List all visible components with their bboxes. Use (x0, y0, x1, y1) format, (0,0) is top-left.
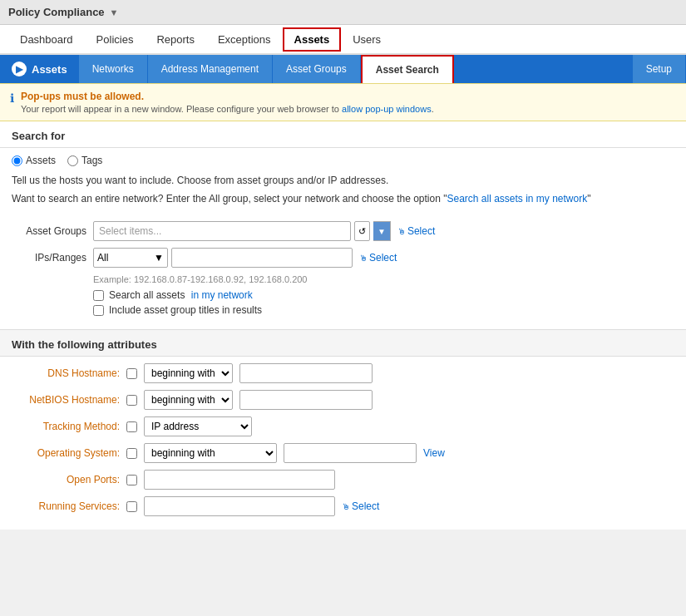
tab-address-management[interactable]: Address Management (148, 55, 273, 83)
dns-hostname-checkbox[interactable] (126, 368, 137, 379)
radio-assets-label[interactable]: Assets (12, 155, 56, 166)
hint1: Tell us the hosts you want to include. C… (12, 173, 674, 188)
dns-hostname-row: DNS Hostname: beginning with ending with… (12, 363, 674, 383)
running-services-value-input[interactable] (144, 496, 335, 516)
info-body: Your report will appear in a new window.… (21, 104, 434, 114)
in-my-network-link[interactable]: in my network (191, 289, 253, 301)
netbios-hostname-row: NetBIOS Hostname: beginning with ending … (12, 390, 674, 410)
hint2-link[interactable]: Search all assets in my network (447, 193, 587, 205)
tracking-method-label: Tracking Method: (12, 421, 120, 432)
operating-system-row: Operating System: beginning with ending … (12, 443, 674, 463)
netbios-hostname-condition-select[interactable]: beginning with ending with contains equa… (144, 390, 233, 410)
info-icon: ℹ (10, 91, 14, 105)
asset-groups-input-wrap: Select items... ↺ ▼ (93, 221, 391, 241)
nav-policies[interactable]: Policies (85, 27, 146, 52)
netbios-hostname-label: NetBIOS Hostname: (12, 394, 120, 406)
info-title: Pop-ups must be allowed. (21, 91, 144, 102)
running-services-label: Running Services: (12, 500, 120, 512)
include-asset-group-titles-row: Include asset group titles in results (93, 304, 674, 316)
tracking-method-row: Tracking Method: IP address DNS NetBIOS (12, 416, 674, 436)
info-banner: ℹ Pop-ups must be allowed. Your report w… (0, 83, 686, 121)
dns-hostname-label: DNS Hostname: (12, 367, 120, 379)
ips-example: Example: 192.168.0.87-192.168.0.92, 192.… (93, 274, 674, 284)
hint2: Want to search an entire network? Enter … (12, 191, 674, 206)
open-ports-value-input[interactable] (144, 470, 335, 490)
ips-type-arrow: ▼ (154, 252, 164, 264)
ips-type-value: All (97, 252, 108, 264)
nav-dashboard[interactable]: Dashboard (8, 27, 85, 52)
search-for-body: Assets Tags Tell us the hosts you want t… (0, 148, 686, 330)
asset-groups-row: Asset Groups Select items... ↺ ▼ Select (12, 221, 674, 241)
operating-system-condition-select[interactable]: beginning with ending with contains equa… (144, 443, 277, 463)
nav-assets[interactable]: Assets (283, 27, 342, 52)
running-services-row: Running Services: Select (12, 496, 674, 516)
ips-ranges-row: IPs/Ranges All ▼ Select (12, 248, 674, 268)
tab-networks[interactable]: Networks (79, 55, 148, 83)
search-all-assets-checkbox[interactable] (93, 290, 104, 301)
ips-type-select[interactable]: All ▼ (93, 248, 168, 268)
search-all-assets-label: Search all assets in my network (109, 289, 253, 301)
asset-groups-select[interactable]: Select items... (93, 221, 351, 241)
radio-tags[interactable] (67, 155, 78, 166)
top-bar: Policy Compliance ▼ (0, 0, 686, 25)
radio-assets[interactable] (12, 155, 22, 166)
asset-groups-label: Asset Groups (12, 225, 86, 237)
search-all-assets-row: Search all assets in my network (93, 289, 674, 301)
asset-groups-placeholder: Select items... (99, 225, 161, 237)
ips-row-content: All ▼ (93, 248, 353, 268)
assets-brand: ▶ Assets (0, 55, 79, 83)
dns-hostname-condition-select[interactable]: beginning with ending with contains equa… (144, 363, 233, 383)
top-bar-dropdown-arrow[interactable]: ▼ (110, 7, 119, 17)
tab-asset-search[interactable]: Asset Search (361, 55, 454, 83)
content-area: Search for Assets Tags Tell us the hosts… (0, 121, 686, 530)
operating-system-label: Operating System: (12, 447, 120, 459)
tab-setup[interactable]: Setup (633, 55, 686, 83)
attributes-body: DNS Hostname: beginning with ending with… (0, 357, 686, 530)
netbios-hostname-value-input[interactable] (239, 390, 373, 410)
include-titles-checkbox[interactable] (93, 305, 104, 316)
assets-brand-label: Assets (32, 63, 67, 76)
popup-link[interactable]: allow pop-up windows (342, 104, 432, 114)
ips-ranges-label: IPs/Ranges (12, 252, 86, 264)
asset-groups-select-link[interactable]: Select (397, 225, 435, 237)
operating-system-view-link[interactable]: View (423, 447, 445, 459)
info-text: Pop-ups must be allowed. Your report wil… (21, 91, 434, 114)
main-nav: Dashboard Policies Reports Exceptions As… (0, 25, 686, 55)
nav-reports[interactable]: Reports (145, 27, 206, 52)
nav-users[interactable]: Users (341, 27, 392, 52)
dns-hostname-value-input[interactable] (239, 363, 373, 383)
tracking-method-checkbox[interactable] (126, 421, 137, 432)
operating-system-checkbox[interactable] (126, 448, 137, 459)
running-services-checkbox[interactable] (126, 501, 137, 512)
asset-groups-refresh-btn[interactable]: ↺ (354, 221, 370, 241)
asset-groups-dropdown-arrow[interactable]: ▼ (373, 221, 391, 241)
open-ports-row: Open Ports: (12, 470, 674, 490)
running-services-select-link[interactable]: Select (342, 500, 379, 512)
tracking-method-select[interactable]: IP address DNS NetBIOS (144, 416, 252, 436)
radio-tags-label[interactable]: Tags (67, 155, 102, 166)
operating-system-value-input[interactable] (284, 443, 417, 463)
sub-nav: ▶ Assets Networks Address Management Ass… (0, 55, 686, 83)
ips-text-input[interactable] (171, 248, 353, 268)
open-ports-checkbox[interactable] (126, 475, 137, 485)
netbios-hostname-checkbox[interactable] (126, 395, 137, 406)
tab-asset-groups[interactable]: Asset Groups (273, 55, 361, 83)
search-type-radio-group: Assets Tags (12, 155, 674, 166)
ips-select-link[interactable]: Select (359, 252, 397, 264)
attributes-header: With the following attributes (0, 330, 686, 357)
search-for-header: Search for (0, 121, 686, 148)
include-titles-label: Include asset group titles in results (109, 304, 262, 316)
nav-exceptions[interactable]: Exceptions (206, 27, 283, 52)
assets-brand-icon: ▶ (12, 62, 27, 76)
app-title: Policy Compliance (8, 6, 105, 18)
open-ports-label: Open Ports: (12, 474, 120, 485)
